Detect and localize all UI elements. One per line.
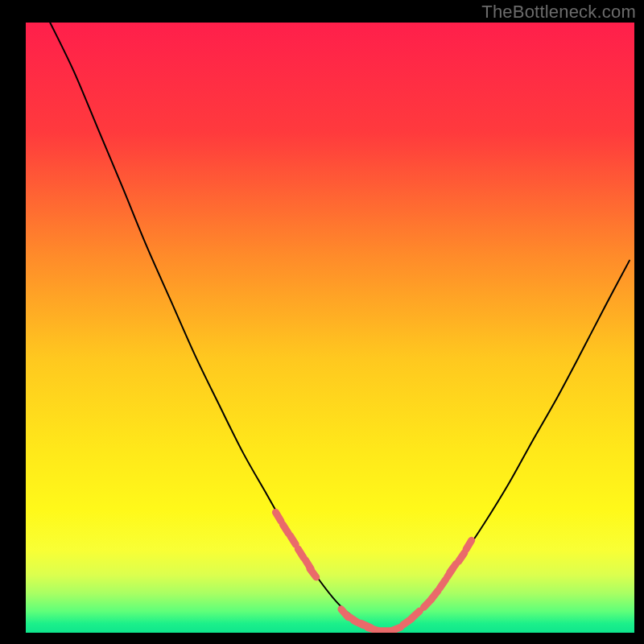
highlight-dash — [431, 591, 438, 599]
bottleneck-curve — [26, 23, 634, 633]
chart-stage: TheBottleneck.com — [0, 0, 644, 644]
highlight-dash — [290, 535, 295, 544]
highlight-dash — [283, 525, 288, 534]
highlight-dash — [440, 580, 445, 588]
highlight-dash — [450, 564, 456, 572]
highlight-dash — [310, 569, 316, 577]
highlight-dash — [412, 611, 420, 618]
highlight-dash — [275, 512, 281, 521]
highlight-dash — [466, 540, 472, 549]
highlight-dash — [298, 549, 303, 558]
highlight-dash — [391, 627, 401, 631]
curve-path — [50, 23, 630, 631]
watermark-text: TheBottleneck.com — [481, 2, 636, 23]
plot-area — [26, 23, 634, 633]
highlight-dash — [459, 553, 464, 562]
